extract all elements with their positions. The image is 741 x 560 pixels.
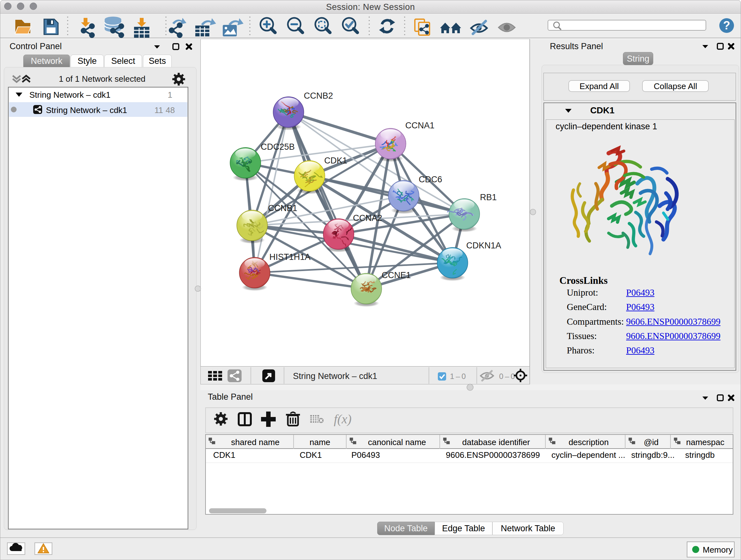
svg-text:?: ? — [723, 19, 730, 32]
svg-text:f(x): f(x) — [334, 412, 352, 426]
